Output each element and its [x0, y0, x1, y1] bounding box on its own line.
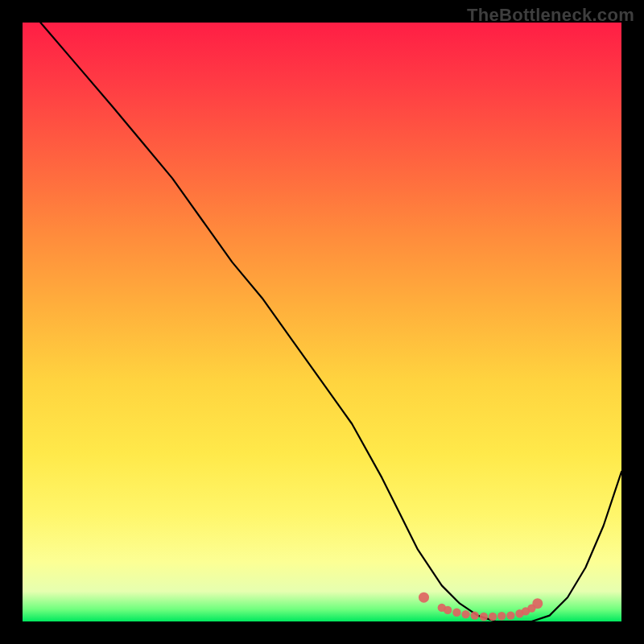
watermark-text: TheBottleneck.com — [467, 5, 634, 26]
marker-dot — [419, 592, 429, 603]
plot-area — [23, 23, 621, 621]
chart-svg — [23, 23, 621, 621]
marker-dot — [444, 606, 452, 614]
marker-dot — [489, 613, 497, 621]
marker-dot — [452, 609, 460, 617]
marker-dot — [471, 611, 479, 619]
bottleneck-curve-line — [40, 23, 621, 621]
marker-dot — [497, 612, 506, 620]
marker-dot — [461, 610, 469, 618]
marker-dot — [480, 613, 488, 621]
chart-frame: TheBottleneck.com — [0, 0, 644, 644]
marker-dot — [506, 611, 514, 619]
optimal-band-markers — [419, 592, 543, 621]
marker-dot — [532, 598, 543, 609]
